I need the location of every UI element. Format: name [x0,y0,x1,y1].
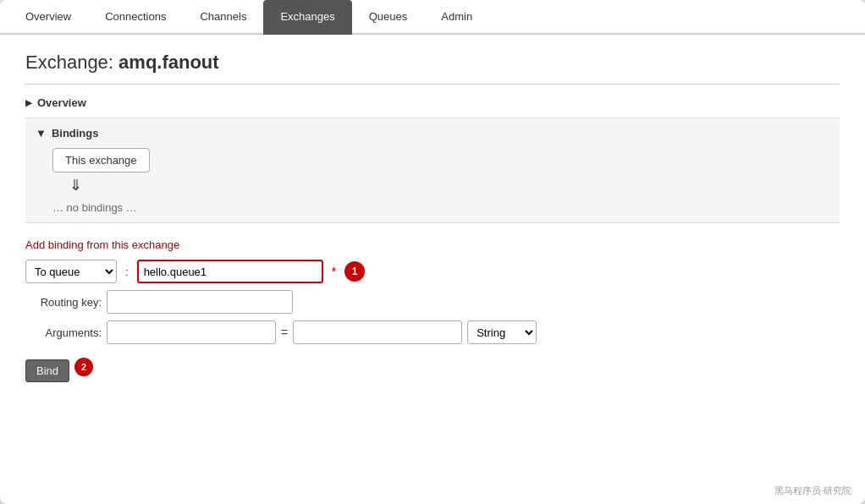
routing-key-row: Routing key: [25,290,840,314]
overview-section: ▶ Overview [25,93,840,112]
bindings-label: Bindings [52,127,99,140]
tab-overview[interactable]: Overview [8,0,88,35]
overview-label: Overview [37,96,86,109]
footer-watermark: 黑马程序员·研究院 [0,481,865,504]
tab-admin[interactable]: Admin [424,0,489,35]
this-exchange-box: This exchange [52,148,150,173]
bind-button-label: Bind [36,364,58,377]
bindings-header[interactable]: ▼ Bindings [36,127,829,140]
tab-connections[interactable]: Connections [88,0,183,35]
destination-row: To queue To exchange : * 1 [25,260,840,283]
add-binding-title: Add binding from this exchange [25,238,840,251]
type-select[interactable]: String Number Boolean [467,320,537,344]
add-binding-section: Add binding from this exchange To queue … [25,238,840,382]
bindings-section: ▼ Bindings This exchange ⇓ … no bindings… [25,118,840,223]
bindings-arrow: ▼ [36,127,47,140]
bind-button-row: Bind 2 [25,351,840,382]
bindings-content: This exchange ⇓ … no bindings … [44,148,829,214]
no-bindings-text: … no bindings … [52,201,829,214]
divider [25,84,840,85]
arguments-label: Arguments: [25,326,102,339]
routing-key-input[interactable] [107,290,293,314]
page-title: Exchange: amq.fanout [25,52,840,74]
tab-channels[interactable]: Channels [183,0,263,35]
routing-key-label: Routing key: [25,296,102,309]
arrow-down-icon: ⇓ [69,176,829,194]
main-content: Exchange: amq.fanout ▶ Overview ▼ Bindin… [0,35,865,481]
arg-val-input[interactable] [293,320,462,344]
app-window: Overview Connections Channels Exchanges … [0,0,865,504]
arguments-row: Arguments: = String Number Boolean [25,320,840,344]
exchange-name: amq.fanout [118,52,219,73]
equals-sign: = [281,326,288,339]
overview-header[interactable]: ▶ Overview [25,93,840,112]
required-star: * [332,265,336,278]
nav-tabs: Overview Connections Channels Exchanges … [0,0,865,35]
arg-key-input[interactable] [107,320,276,344]
step-2-badge: 2 [74,358,93,376]
bind-button[interactable]: Bind [25,359,69,382]
tab-exchanges[interactable]: Exchanges [263,0,351,35]
queue-input[interactable] [137,260,323,283]
tab-queues[interactable]: Queues [352,0,425,35]
overview-arrow: ▶ [25,98,32,107]
destination-select[interactable]: To queue To exchange [25,260,117,283]
step-1-badge: 1 [344,261,365,282]
title-prefix: Exchange: [25,52,118,73]
colon-separator: : [125,266,129,278]
